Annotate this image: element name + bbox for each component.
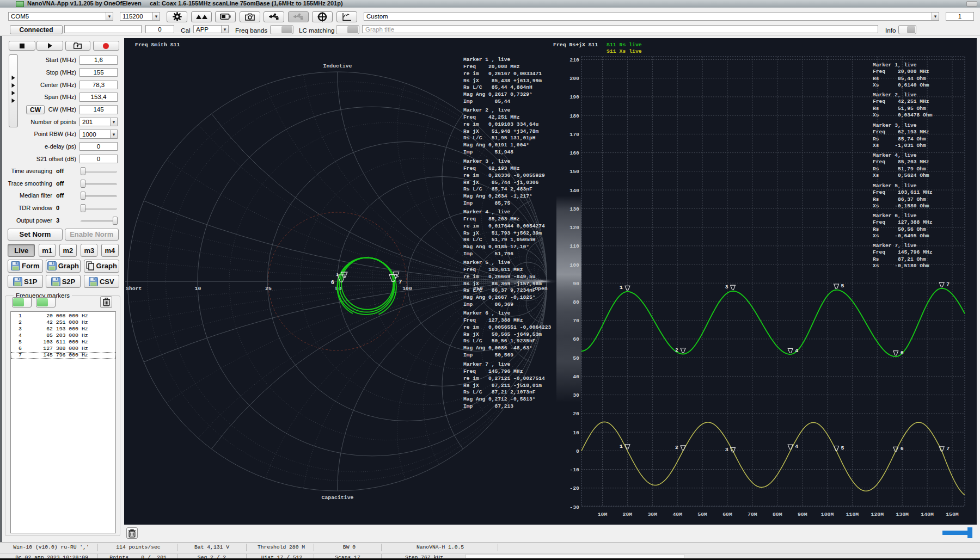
- svg-text:60: 60: [573, 336, 579, 342]
- svg-text:3: 3: [725, 447, 728, 453]
- svg-text:90M: 90M: [798, 512, 807, 518]
- svg-text:Inductive: Inductive: [323, 63, 352, 69]
- svg-text:4: 4: [795, 444, 798, 450]
- svg-text:50: 50: [573, 355, 579, 361]
- svg-text:140M: 140M: [921, 512, 934, 518]
- svg-text:6: 6: [901, 350, 904, 356]
- svg-text:4: 4: [795, 348, 798, 354]
- svg-text:0: 0: [576, 448, 579, 454]
- svg-text:6: 6: [901, 446, 904, 452]
- svg-text:': ': [397, 275, 400, 280]
- svg-text:200: 200: [569, 76, 579, 82]
- svg-text:Freq Smith S11: Freq Smith S11: [135, 42, 180, 48]
- svg-text:50M: 50M: [697, 512, 707, 518]
- svg-text:180: 180: [569, 113, 579, 119]
- svg-text:150: 150: [569, 169, 579, 175]
- svg-text:70M: 70M: [748, 512, 757, 518]
- svg-text:6: 6: [331, 279, 334, 286]
- svg-text:120: 120: [569, 225, 579, 231]
- svg-text:210: 210: [569, 57, 579, 63]
- svg-text:110: 110: [569, 243, 579, 249]
- svg-text:5: 5: [841, 283, 844, 289]
- svg-text:1: 1: [620, 285, 623, 291]
- svg-text:130M: 130M: [896, 512, 909, 518]
- svg-text:S11 Rs live: S11 Rs live: [607, 42, 642, 48]
- svg-text:40: 40: [573, 374, 579, 380]
- svg-text:80: 80: [573, 299, 579, 305]
- svg-text:1: 1: [620, 444, 623, 450]
- svg-text:Short: Short: [126, 286, 142, 292]
- svg-text:Freq Rs+jX S11: Freq Rs+jX S11: [553, 42, 598, 48]
- svg-text:80M: 80M: [773, 512, 782, 518]
- svg-text:130: 130: [569, 206, 579, 212]
- svg-text:30M: 30M: [647, 512, 657, 518]
- svg-text:110M: 110M: [846, 512, 859, 518]
- svg-text:70: 70: [573, 318, 579, 324]
- svg-text:10: 10: [573, 430, 579, 436]
- svg-text:10M: 10M: [598, 512, 608, 518]
- svg-text:60M: 60M: [722, 512, 732, 518]
- svg-text:3: 3: [725, 284, 728, 290]
- svg-text:10: 10: [195, 286, 201, 292]
- svg-text:100: 100: [402, 286, 412, 292]
- svg-text:100M: 100M: [821, 512, 834, 518]
- svg-text:7: 7: [946, 446, 950, 452]
- svg-text:2: 2: [675, 347, 678, 353]
- svg-text:90: 90: [573, 281, 579, 287]
- svg-text:40M: 40M: [672, 512, 682, 518]
- svg-text:-10: -10: [569, 467, 579, 473]
- svg-text:5: 5: [841, 445, 844, 451]
- svg-text:140: 140: [569, 188, 579, 194]
- svg-text:7: 7: [946, 281, 950, 287]
- svg-text:2: 2: [675, 445, 678, 451]
- svg-text:20: 20: [573, 411, 579, 417]
- svg-text:30: 30: [573, 392, 579, 398]
- svg-text:190: 190: [569, 94, 579, 100]
- svg-text:-30: -30: [569, 504, 579, 510]
- svg-text:160: 160: [569, 150, 579, 156]
- svg-text:S11 Xs live: S11 Xs live: [607, 48, 642, 54]
- svg-text:170: 170: [569, 132, 579, 138]
- svg-text:20M: 20M: [623, 512, 633, 518]
- svg-text:Capacitive: Capacitive: [322, 495, 354, 501]
- svg-text:120M: 120M: [871, 512, 884, 518]
- svg-text:100: 100: [569, 262, 579, 268]
- svg-text:-20: -20: [569, 485, 579, 491]
- svg-text:25: 25: [265, 286, 272, 292]
- svg-text:1: 1: [336, 272, 339, 277]
- svg-text:150M: 150M: [946, 512, 959, 518]
